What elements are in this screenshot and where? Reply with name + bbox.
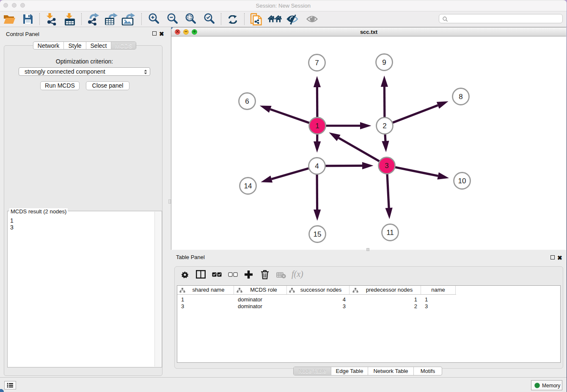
svg-text:14: 14 [244, 182, 252, 190]
svg-text:9: 9 [382, 58, 386, 66]
svg-text:10: 10 [458, 177, 466, 185]
svg-text:15: 15 [314, 230, 322, 238]
svg-text:6: 6 [245, 97, 249, 105]
svg-text:7: 7 [315, 59, 319, 67]
svg-text:1: 1 [315, 122, 319, 130]
svg-text:2: 2 [383, 122, 386, 130]
svg-text:3: 3 [385, 162, 388, 170]
svg-text:8: 8 [459, 93, 462, 101]
svg-text:11: 11 [386, 229, 394, 237]
svg-text:4: 4 [315, 162, 319, 170]
